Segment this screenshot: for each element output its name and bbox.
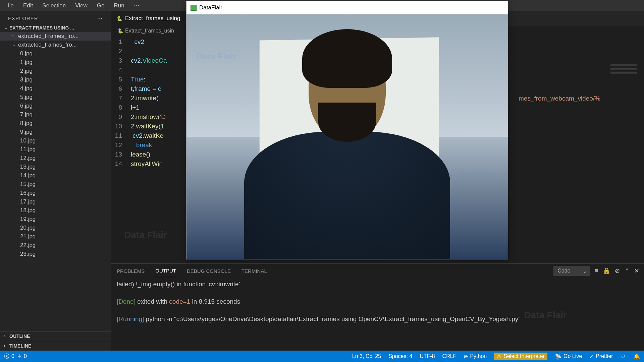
output-channel-select[interactable]: Code ⌄ <box>553 266 590 276</box>
menu-go[interactable]: Go <box>92 2 109 9</box>
file-item[interactable]: 19.jpg <box>0 215 111 224</box>
file-item[interactable]: 13.jpg <box>0 163 111 171</box>
chevron-down-icon: ⌄ <box>4 25 8 30</box>
select-value: Code <box>557 268 570 274</box>
output-line: failed) !_img.empty() in function 'cv::i… <box>117 280 638 289</box>
folder-label: extracted_frames_fro... <box>18 42 77 48</box>
list-icon[interactable]: ≡ <box>594 267 598 275</box>
menu-run[interactable]: Run <box>109 2 129 9</box>
file-label: 21.jpg <box>20 233 36 240</box>
explorer-title: EXPLORER <box>8 15 38 21</box>
chevron-up-icon[interactable]: ⌃ <box>625 267 630 275</box>
file-label: 18.jpg <box>20 207 36 214</box>
webcam-window[interactable]: DataFlair Data Flair Data Flair <box>186 1 508 259</box>
file-item[interactable]: 20.jpg <box>0 224 111 232</box>
file-item[interactable]: 10.jpg <box>0 136 111 145</box>
file-item[interactable]: 22.jpg <box>0 241 111 250</box>
file-label: 3.jpg <box>20 76 33 83</box>
lock-icon[interactable]: 🔒 <box>603 267 610 275</box>
menu-file[interactable]: ile <box>3 2 18 9</box>
file-item[interactable]: 5.jpg <box>0 93 111 102</box>
opencv-icon <box>191 5 197 11</box>
outline-section[interactable]: › OUTLINE <box>0 331 111 341</box>
file-label: 14.jpg <box>20 172 36 179</box>
file-label: 6.jpg <box>20 103 33 109</box>
line-gutter: 1234567 891011121314 <box>111 36 131 263</box>
tab-problems[interactable]: PROBLEMS <box>115 265 146 277</box>
file-label: 19.jpg <box>20 216 36 223</box>
file-item[interactable]: 21.jpg <box>0 232 111 241</box>
file-item[interactable]: 15.jpg <box>0 180 111 189</box>
select-interpreter[interactable]: ⚠ Select Interpreter <box>494 353 547 360</box>
menu-edit[interactable]: Edit <box>18 2 38 9</box>
go-live[interactable]: 📡 Go Live <box>555 353 582 360</box>
file-item[interactable]: 11.jpg <box>0 145 111 154</box>
timeline-section[interactable]: › TIMELINE <box>0 341 111 351</box>
file-item[interactable]: 16.jpg <box>0 189 111 197</box>
indentation[interactable]: Spaces: 4 <box>388 353 412 359</box>
folder-section-header[interactable]: ⌄ EXTRACT FRAMES USING ... <box>0 24 111 32</box>
webcam-video-frame: Data Flair Data Flair <box>186 14 508 259</box>
cursor-position[interactable]: Ln 3, Col 25 <box>352 353 381 359</box>
timeline-label: TIMELINE <box>9 343 31 349</box>
file-item[interactable]: 8.jpg <box>0 119 111 128</box>
editor-tab[interactable]: 🐍 Extract_frames_using <box>111 11 186 26</box>
minimap[interactable] <box>604 61 644 128</box>
file-item[interactable]: 2.jpg <box>0 67 111 75</box>
file-item[interactable]: 7.jpg <box>0 110 111 119</box>
close-icon[interactable]: ✕ <box>634 267 639 275</box>
eol[interactable]: CRLF <box>442 353 457 359</box>
folder-item[interactable]: ⌄ extracted_frames_fro... <box>0 41 111 49</box>
file-label: 16.jpg <box>20 190 36 196</box>
menu-more[interactable]: ⋯ <box>129 2 144 9</box>
watermark: Data Flair <box>458 169 498 179</box>
file-label: 22.jpg <box>20 242 36 249</box>
section-title: EXTRACT FRAMES USING ... <box>9 25 74 31</box>
file-label: 1.jpg <box>20 59 33 66</box>
menu-view[interactable]: View <box>70 2 92 9</box>
file-label: 11.jpg <box>20 146 36 153</box>
language-mode[interactable]: ⊕ Python <box>464 353 487 360</box>
webcam-titlebar[interactable]: DataFlair <box>186 1 508 14</box>
prettier[interactable]: ✓ Prettier <box>589 353 613 360</box>
file-item[interactable]: 14.jpg <box>0 171 111 180</box>
file-item[interactable]: 0.jpg <box>0 49 111 58</box>
bottom-panel: PROBLEMS OUTPUT DEBUG CONSOLE TERMINAL C… <box>111 263 644 351</box>
breadcrumb-label: Extract_frames_usin <box>125 28 174 34</box>
file-item[interactable]: 12.jpg <box>0 154 111 163</box>
file-item[interactable]: 9.jpg <box>0 128 111 136</box>
file-label: 12.jpg <box>20 155 36 162</box>
file-label: 2.jpg <box>20 68 33 74</box>
file-item[interactable]: 17.jpg <box>0 197 111 206</box>
explorer-header: EXPLORER ⋯ <box>0 11 111 24</box>
tab-debug-console[interactable]: DEBUG CONSOLE <box>185 265 232 277</box>
file-item[interactable]: 1.jpg <box>0 58 111 67</box>
encoding[interactable]: UTF-8 <box>420 353 435 359</box>
file-item[interactable]: 23.ipg <box>0 250 111 258</box>
chevron-right-icon: › <box>12 34 16 39</box>
file-label: 5.jpg <box>20 94 33 101</box>
tab-output[interactable]: OUTPUT <box>154 264 177 277</box>
file-item[interactable]: 18.jpg <box>0 206 111 215</box>
clear-icon[interactable]: ⊘ <box>615 267 620 275</box>
code-fragment-right: mes_from_webcam_video/% <box>519 94 600 103</box>
explorer-more-icon[interactable]: ⋯ <box>97 15 103 21</box>
file-label: 15.jpg <box>20 181 36 188</box>
warnings-count[interactable]: ⚠ 0 <box>17 353 27 360</box>
status-bar: ⓧ 0 ⚠ 0 Ln 3, Col 25 Spaces: 4 UTF-8 CRL… <box>0 351 644 362</box>
tab-label: Extract_frames_using <box>125 15 180 22</box>
folder-item[interactable]: › extracted_Frames_fro... <box>0 32 111 41</box>
file-item[interactable]: 6.jpg <box>0 102 111 110</box>
feedback-icon[interactable]: ☺ <box>621 353 626 359</box>
file-item[interactable]: 3.jpg <box>0 75 111 84</box>
file-item[interactable]: 4.jpg <box>0 84 111 93</box>
file-label: 8.jpg <box>20 120 33 127</box>
folder-label: extracted_Frames_fro... <box>18 33 78 40</box>
output-body[interactable]: failed) !_img.empty() in function 'cv::i… <box>111 278 644 351</box>
tab-terminal[interactable]: TERMINAL <box>240 265 268 277</box>
bell-icon[interactable]: 🔔 <box>633 353 640 360</box>
output-line: [Running] python -u "c:\Users\yoges\OneD… <box>117 315 638 323</box>
file-label: 10.jpg <box>20 137 36 144</box>
errors-count[interactable]: ⓧ 0 <box>4 353 14 360</box>
menu-selection[interactable]: Selection <box>38 2 70 9</box>
